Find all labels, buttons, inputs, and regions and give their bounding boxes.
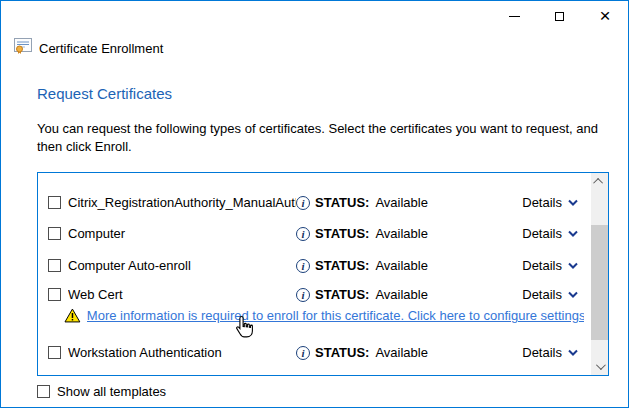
info-icon: i (296, 259, 310, 273)
show-all-templates-row: Show all templates (37, 384, 166, 399)
close-button[interactable]: × (582, 1, 628, 31)
template-name: Citrix_RegistrationAuthority_ManualAutho (68, 195, 296, 210)
details-button-web-cert[interactable]: Details (522, 287, 578, 302)
scrollbar-thumb[interactable] (591, 225, 608, 340)
row-checkbox-computer[interactable] (48, 227, 61, 240)
scrollbar-up-button[interactable] (591, 173, 608, 190)
details-button-computer[interactable]: Details (522, 226, 578, 241)
web-cert-warning-row: More information is required to enroll f… (64, 308, 584, 323)
close-icon: × (599, 6, 610, 25)
info-icon: i (296, 288, 310, 302)
details-label: Details (522, 226, 562, 241)
certificate-template-list: Citrix_RegistrationAuthority_ManualAutho… (37, 172, 609, 376)
info-icon: i (296, 346, 310, 360)
template-row-citrix-registration-authority[interactable]: Citrix_RegistrationAuthority_ManualAutho… (48, 194, 578, 211)
hand-cursor (233, 315, 257, 346)
template-name: Web Cert (68, 287, 296, 302)
configure-settings-link[interactable]: More information is required to enroll f… (87, 308, 584, 323)
template-name: Workstation Authentication (68, 345, 296, 360)
template-name: Computer (68, 226, 296, 241)
details-button-citrix[interactable]: Details (522, 195, 578, 210)
page-description: You can request the following types of c… (37, 120, 599, 156)
template-row-web-cert[interactable]: Web Cert i STATUS: Available Details (48, 286, 578, 303)
chevron-down-icon (596, 360, 606, 370)
details-label: Details (522, 195, 562, 210)
row-checkbox-computer-auto-enroll[interactable] (48, 259, 61, 272)
info-icon: i (296, 196, 310, 210)
scrollbar-down-button[interactable] (591, 358, 608, 375)
page-title: Request Certificates (37, 85, 172, 102)
template-row-computer[interactable]: Computer i STATUS: Available Details (48, 225, 578, 242)
details-label: Details (522, 258, 562, 273)
status-value: Available (375, 226, 428, 241)
status-value: Available (375, 258, 428, 273)
chevron-down-icon (568, 262, 578, 269)
show-all-templates-label: Show all templates (57, 384, 166, 399)
minimize-icon (509, 16, 520, 17)
chevron-down-icon (568, 291, 578, 298)
warning-icon (64, 308, 81, 323)
chevron-down-icon (568, 349, 578, 356)
details-button-workstation-authentication[interactable]: Details (522, 345, 578, 360)
info-icon: i (296, 227, 310, 241)
template-row-computer-auto-enroll[interactable]: Computer Auto-enroll i STATUS: Available… (48, 257, 578, 274)
chevron-down-icon (568, 230, 578, 237)
status-value: Available (375, 287, 428, 302)
maximize-icon (555, 12, 564, 21)
status-label: STATUS: (315, 258, 369, 273)
maximize-button[interactable] (537, 1, 582, 31)
status-value: Available (375, 195, 428, 210)
status-label: STATUS: (315, 287, 369, 302)
row-checkbox-workstation-authentication[interactable] (48, 346, 61, 359)
details-button-computer-auto-enroll[interactable]: Details (522, 258, 578, 273)
chevron-down-icon (568, 199, 578, 206)
chevron-up-icon (593, 178, 603, 188)
status-label: STATUS: (315, 226, 369, 241)
status-label: STATUS: (315, 195, 369, 210)
row-checkbox-citrix[interactable] (48, 196, 61, 209)
status-label: STATUS: (315, 345, 369, 360)
app-title: Certificate Enrollment (39, 41, 163, 56)
show-all-templates-checkbox[interactable] (37, 385, 50, 398)
details-label: Details (522, 345, 562, 360)
status-value: Available (375, 345, 428, 360)
row-checkbox-web-cert[interactable] (48, 288, 61, 301)
template-row-workstation-authentication[interactable]: Workstation Authentication i STATUS: Ava… (48, 344, 578, 361)
details-label: Details (522, 287, 562, 302)
certificate-enrollment-window: { "window": { "controls": { "minimize": … (0, 0, 629, 408)
certificate-icon (14, 38, 33, 58)
minimize-button[interactable] (492, 1, 537, 31)
template-name: Computer Auto-enroll (68, 258, 296, 273)
list-scrollbar[interactable] (591, 173, 608, 375)
